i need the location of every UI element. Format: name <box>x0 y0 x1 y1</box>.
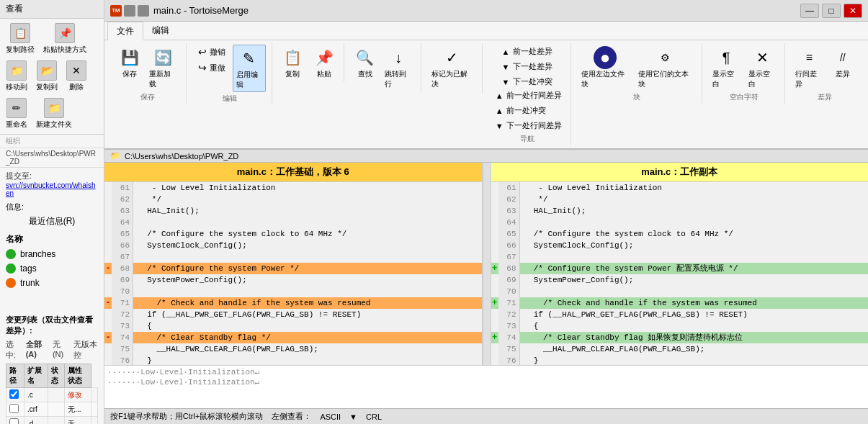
rename-icon: ✏ <box>6 98 27 118</box>
line-content: __HAL_PWR_CLEAR_FLAG(PWR_FLAG_SB); <box>133 343 318 355</box>
code-line: 67 <box>491 251 869 263</box>
info-title: 信息: <box>0 200 104 214</box>
paste-shortcut-btn[interactable]: 📌 粘贴快捷方式 <box>40 22 89 56</box>
block-btns: ● 使用左边文件块 ⚙ 使用它们的文本块 <box>578 45 697 91</box>
line-number: 70 <box>498 286 520 297</box>
minimize-btn[interactable]: — <box>800 4 819 18</box>
tree-item-tags[interactable]: tags <box>0 261 104 276</box>
next-inline-diff-btn[interactable]: ▼ 下一处行间差异 <box>491 119 566 132</box>
code-line: 63 HAL_Init(); <box>491 205 869 217</box>
copy-btn2[interactable]: 📋 复制 <box>278 45 307 81</box>
select-all[interactable]: 全部(A) <box>26 339 47 361</box>
ribbon-group-clipboard: 📋 复制 📌 粘贴 <box>274 43 344 82</box>
line-marker <box>491 309 498 320</box>
save-btns: 💾 保存 🔄 重新加载 <box>116 45 180 91</box>
move-btn[interactable]: 📁 移动到 <box>3 59 30 94</box>
redo-btn[interactable]: ↪ 重做 <box>194 60 230 75</box>
tab-file[interactable]: 文件 <box>107 22 143 40</box>
line-content: /* Configure the system clock to 64 MHz … <box>133 228 346 240</box>
next-conflict-btn[interactable]: ▼ 下一处冲突 <box>498 75 557 89</box>
title-bar: TM main.c - TortoiseMerge — □ ✕ <box>104 0 868 22</box>
find-btns: 🔍 查找 ↓ 跳转到行 <box>352 45 416 91</box>
line-marker: + <box>491 263 498 274</box>
close-btn[interactable]: ✕ <box>844 4 862 18</box>
undo-btn[interactable]: ↩ 撤销 <box>194 45 230 59</box>
line-marker <box>104 309 112 320</box>
enable-edit-btn[interactable]: ✎ 启用编辑 <box>233 45 266 92</box>
ribbon-tabs: 文件 编辑 <box>104 22 868 40</box>
title-bar-left: TM main.c - TortoiseMerge <box>110 5 249 17</box>
line-content: if (__HAL_PWR_GET_FLAG(PWR_FLAG_SB) != R… <box>520 309 748 320</box>
rename-btn[interactable]: ✏ 重命名 <box>3 96 30 131</box>
copy-path-btn[interactable]: 📋 复制路径 <box>3 22 37 56</box>
code-line: 73 { <box>104 320 482 332</box>
ribbon-group-whitespace: ¶ 显示空白 ✕ 显示空白 空白字符 <box>704 43 785 104</box>
save-btn[interactable]: 💾 保存 <box>116 45 143 81</box>
tree-item-trunk[interactable]: trunk <box>0 276 104 290</box>
save-icon: 💾 <box>118 46 141 69</box>
show-whitespace2-btn[interactable]: ✕ 显示空白 <box>746 45 779 91</box>
prev-conflict-btn[interactable]: ▲ 前一处冲突 <box>491 104 566 117</box>
use-theirs-icon: ⚙ <box>654 46 677 69</box>
line-number: 67 <box>498 251 520 263</box>
resolve-btns: ✓ 标记为已解决 <box>429 45 475 91</box>
right-scroll[interactable]: 61 - Low Level Initialization62 */63 HAL… <box>491 182 869 365</box>
reload-btn[interactable]: 🔄 重新加载 <box>146 45 179 91</box>
left-panel: 查看 📋 复制路径 📌 粘贴快捷方式 📁 移动到 📂 复制到 ✕ 删除 ✏ 重命… <box>0 0 104 424</box>
up-arrow-icon: ▲ <box>502 48 510 56</box>
recent-btn[interactable]: 最近信息(R) <box>6 215 98 227</box>
ribbon-group-block: ● 使用左边文件块 ⚙ 使用它们的文本块 块 <box>573 43 703 104</box>
code-line: 72 if (__HAL_PWR_GET_FLAG(PWR_FLAG_SB) !… <box>491 309 869 320</box>
delete-btn[interactable]: ✕ 删除 <box>63 59 89 94</box>
line-content: - Low Level Initialization <box>520 182 662 194</box>
inline-diff-btn[interactable]: ≡ 行间差异 <box>792 45 826 91</box>
prev-inline-diff-btn[interactable]: ▲ 前一处行间差异 <box>491 89 566 102</box>
line-content: /* Configure the system Power 配置系统电源 */ <box>520 263 738 274</box>
show-whitespace-btn[interactable]: ¶ 显示空白 <box>710 45 743 91</box>
goto-btn[interactable]: ↓ 跳转到行 <box>382 45 415 91</box>
paste-shortcut-icon: 📌 <box>55 23 75 43</box>
table-row[interactable]: .d无... <box>6 417 98 425</box>
code-line: 70 <box>491 286 869 297</box>
copy-icon2: 📋 <box>281 46 304 69</box>
find-btn[interactable]: 🔍 查找 <box>352 45 379 81</box>
diff2-btn[interactable]: // 差异 <box>829 45 856 81</box>
line-number: 62 <box>112 194 133 205</box>
copy-btn[interactable]: 📂 复制到 <box>33 59 61 94</box>
mark-resolved-btn[interactable]: ✓ 标记为已解决 <box>429 45 475 91</box>
use-left-icon: ● <box>594 46 617 69</box>
line-content: SystemPower_Config(); <box>520 274 634 286</box>
up-inline-icon: ▲ <box>496 91 504 100</box>
tab-edit[interactable]: 编辑 <box>143 22 178 40</box>
line-number: 73 <box>498 320 520 332</box>
line-marker: - <box>104 297 112 309</box>
col-status: 状态 <box>48 364 65 388</box>
line-number: 66 <box>112 240 133 251</box>
line-number: 75 <box>112 343 133 355</box>
diff-divider <box>483 163 491 365</box>
tree-item-branches[interactable]: branches <box>0 247 104 261</box>
line-content: __HAL_PWR_CLEAR_FLAG(PWR_FLAG_SB); <box>520 343 705 355</box>
paste-btn[interactable]: 📌 粘贴 <box>310 45 339 81</box>
maximize-btn[interactable]: □ <box>822 4 841 18</box>
next-diff-btn[interactable]: ▼ 下一处差异 <box>498 60 557 73</box>
line-number: 72 <box>498 309 520 320</box>
table-row[interactable]: .crf无... <box>6 402 98 417</box>
use-left-btn[interactable]: ● 使用左边文件块 <box>578 45 632 91</box>
select-unversioned[interactable]: 无版本控 <box>73 339 99 361</box>
preview-line: ·······Low·Level·Initialization↵ <box>107 377 865 387</box>
use-theirs-btn[interactable]: ⚙ 使用它们的文本块 <box>635 45 697 91</box>
left-scroll[interactable]: 61 - Low Level Initialization62 */63 HAL… <box>104 182 482 365</box>
undo-redo-group: ↩ 撤销 ↪ 重做 <box>194 45 230 75</box>
sub-title-bar: 📁 C:\Users\whs\Desktop\PWR_ZD <box>104 150 868 163</box>
table-row[interactable]: .c修改 <box>6 388 98 402</box>
prev-diff-btn[interactable]: ▲ 前一处差异 <box>498 45 557 58</box>
line-content <box>520 217 524 228</box>
new-folder-btn[interactable]: 📁 新建文件夹 <box>33 96 75 131</box>
code-line: 64 <box>104 217 482 228</box>
change-table: 路径 扩展名 状态 属性状态 .c修改.crf无....d无....dep无..… <box>6 364 98 424</box>
line-marker <box>491 251 498 263</box>
new-folder-label: 新建文件夹 <box>36 119 72 130</box>
select-none[interactable]: 无(N) <box>53 339 68 361</box>
line-marker <box>491 194 498 205</box>
